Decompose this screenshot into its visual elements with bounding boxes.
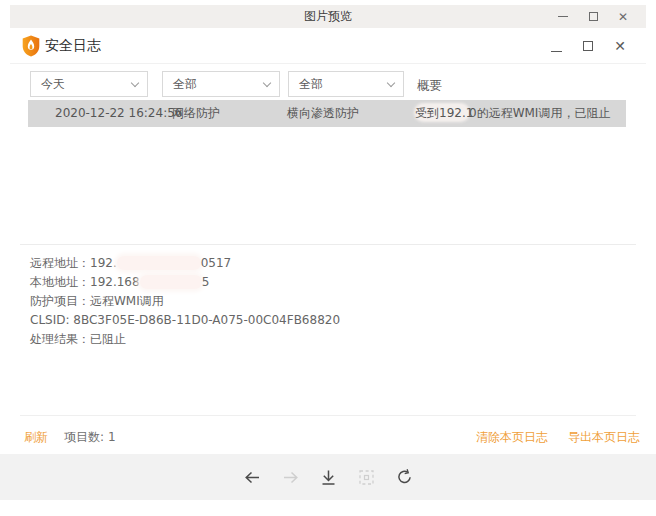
security-log-window-controls: ✕	[540, 28, 636, 63]
download-icon	[319, 468, 338, 487]
arrow-left-icon	[243, 468, 262, 487]
maximize-icon	[589, 12, 598, 21]
local-address-suffix: 5	[202, 275, 210, 289]
item-count-label: 项目数:	[64, 430, 104, 444]
chevron-down-icon	[263, 78, 271, 86]
log-detail-panel: 远程地址：192.0517 本地地址：192.1685 防护项目：远程WMI调用…	[20, 244, 636, 349]
result-label: 处理结果：	[30, 332, 90, 346]
protect-item-label: 防护项目：	[30, 294, 90, 308]
item-count-value: 1	[108, 430, 116, 444]
footer-right: 清除本页日志 导出本页日志	[476, 429, 640, 446]
app-minimize-button[interactable]	[540, 28, 572, 63]
detail-remote-address: 远程地址：192.0517	[30, 254, 636, 273]
redacted-blur-patch	[140, 275, 202, 289]
module-filter-value: 全部	[173, 76, 197, 93]
chevron-down-icon	[387, 78, 395, 86]
redacted-blur-patch	[117, 256, 201, 270]
footer-left: 刷新 项目数: 1	[24, 429, 116, 446]
type-filter-select[interactable]: 全部	[288, 71, 404, 97]
download-button[interactable]	[318, 467, 338, 487]
log-time: 2020-12-22 16:24:56	[55, 100, 182, 127]
time-filter-value: 今天	[41, 76, 65, 93]
detail-clsid: CLSID: 8BC3F05E-D86B-11D0-A075-00C04FB68…	[30, 311, 636, 330]
image-preview-app: 图片预览 ✕ 安全日志 ✕	[0, 0, 656, 516]
local-address-prefix: 192.168	[90, 275, 140, 289]
outer-maximize-button[interactable]	[578, 5, 608, 28]
detail-local-address: 本地地址：192.1685	[30, 273, 636, 292]
log-module: 网络防护	[172, 100, 220, 127]
clsid-label: CLSID:	[30, 313, 73, 327]
app-maximize-button[interactable]	[572, 28, 604, 63]
result-value: 已阻止	[90, 332, 126, 346]
time-filter-select[interactable]: 今天	[30, 71, 148, 97]
arrow-right-icon	[281, 468, 300, 487]
log-summary-suffix: 0的远程WMI调用，已阻止	[469, 100, 610, 127]
security-log-title: 安全日志	[45, 37, 101, 55]
close-icon: ✕	[614, 39, 626, 53]
clsid-value: 8BC3F05E-D86B-11D0-A075-00C04FB68820	[73, 313, 340, 327]
detail-result: 处理结果：已阻止	[30, 330, 636, 349]
log-summary: 受到192.10的远程WMI调用，已阻止	[415, 100, 469, 127]
type-filter-value: 全部	[299, 76, 323, 93]
remote-address-suffix: 0517	[201, 256, 232, 270]
clear-page-log-link[interactable]: 清除本页日志	[476, 429, 548, 446]
log-type: 横向渗透防护	[287, 100, 359, 127]
close-icon: ✕	[618, 11, 628, 23]
protect-item-value: 远程WMI调用	[90, 294, 164, 308]
footer-divider	[20, 415, 636, 416]
rotate-button[interactable]	[394, 467, 414, 487]
outer-close-button[interactable]: ✕	[608, 5, 638, 28]
remote-address-label: 远程地址：	[30, 256, 90, 270]
detail-protect-item: 防护项目：远程WMI调用	[30, 292, 636, 311]
minimize-icon	[551, 51, 562, 52]
log-row[interactable]: 2020-12-22 16:24:56 网络防护 横向渗透防护 受到192.10…	[28, 100, 626, 127]
chevron-down-icon	[131, 78, 139, 86]
local-address-label: 本地地址：	[30, 275, 90, 289]
minimize-icon	[558, 16, 568, 17]
outer-window-controls: ✕	[548, 5, 638, 28]
forward-button[interactable]	[280, 467, 300, 487]
rotate-icon	[395, 468, 414, 487]
export-page-log-link[interactable]: 导出本页日志	[568, 429, 640, 446]
log-summary-prefix: 受到192.1	[415, 100, 473, 127]
security-log-header: 安全日志 ✕	[10, 28, 646, 64]
actual-size-icon	[357, 468, 376, 487]
summary-column-header: 概要	[417, 78, 442, 95]
refresh-link[interactable]: 刷新	[24, 429, 48, 446]
module-filter-select[interactable]: 全部	[162, 71, 280, 97]
viewer-toolbar	[0, 454, 656, 500]
outer-minimize-button[interactable]	[548, 5, 578, 28]
app-close-button[interactable]: ✕	[604, 28, 636, 63]
maximize-icon	[583, 41, 593, 51]
shield-flame-icon	[22, 35, 40, 57]
actual-size-button[interactable]	[356, 467, 376, 487]
outer-titlebar: 图片预览 ✕	[10, 5, 646, 28]
back-button[interactable]	[242, 467, 262, 487]
item-count: 项目数: 1	[64, 429, 116, 446]
remote-address-prefix: 192.	[90, 256, 117, 270]
